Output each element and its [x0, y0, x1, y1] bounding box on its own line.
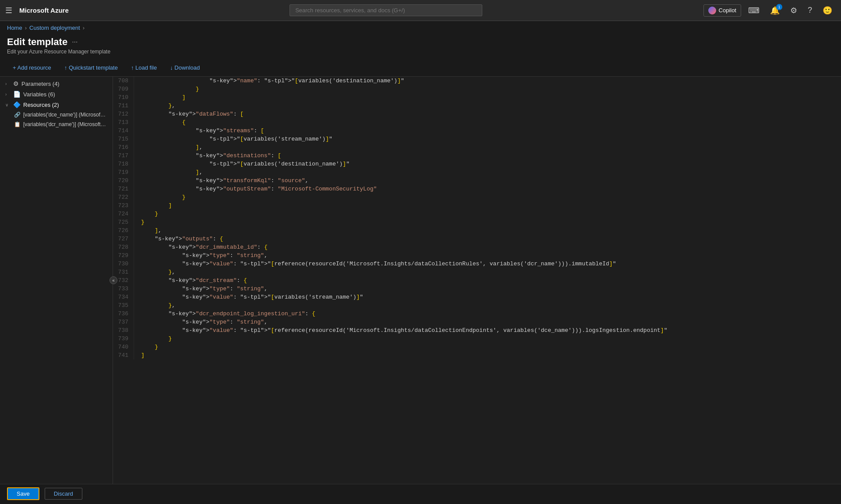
help-button[interactable]: ? [804, 4, 816, 17]
table-row: 732 "s-key">"dcr_stream": { [113, 276, 841, 285]
line-content: }, [134, 102, 175, 110]
copilot-button[interactable]: Copilot [703, 4, 741, 17]
line-content: "s-tpl">"[variables('stream_name')]" [134, 135, 332, 143]
sidebar-collapse-button[interactable]: « [110, 276, 117, 284]
table-row: 733 "s-key">"type": "string", [113, 285, 841, 293]
page-header: Edit template ··· Edit your Azure Resour… [0, 35, 841, 59]
line-content: "s-key">"name": "s-tpl">"[variables('des… [134, 77, 404, 85]
sidebar-item-parameters[interactable]: › ⚙ Parameters (4) [0, 78, 113, 89]
hamburger-icon[interactable]: ☰ [5, 6, 12, 15]
line-content: } [134, 218, 145, 226]
line-content: ] [134, 201, 172, 210]
cloud-shell-button[interactable]: ⌨ [745, 4, 763, 17]
line-number: 726 [113, 226, 134, 235]
parameters-icon: ⚙ [13, 80, 19, 87]
main-content: › ⚙ Parameters (4) › 📄 Variables (6) ∨ 🔷… [0, 77, 841, 484]
nav-bar: ☰ Microsoft Azure Copilot ⌨ 🔔 1 ⚙ ? 🙂 [0, 0, 841, 21]
copilot-label: Copilot [719, 7, 736, 14]
feedback-button[interactable]: 🙂 [819, 4, 836, 17]
table-row: 713 { [113, 118, 841, 127]
more-options-button[interactable]: ··· [72, 38, 78, 46]
add-resource-button[interactable]: + Add resource [7, 62, 57, 74]
sidebar-item-resources[interactable]: ∨ 🔷 Resources (2) [0, 99, 113, 110]
line-content: "s-key">"value": "s-tpl">"[variables('st… [134, 293, 363, 301]
table-row: 709 } [113, 85, 841, 93]
breadcrumb-custom-deployment[interactable]: Custom deployment [29, 25, 80, 31]
line-number: 716 [113, 143, 134, 152]
page-subtitle: Edit your Azure Resource Manager templat… [7, 49, 834, 55]
variables-label: Variables (6) [23, 91, 55, 98]
resources-label: Resources (2) [23, 102, 59, 108]
line-number: 739 [113, 335, 134, 343]
table-row: 719 ], [113, 168, 841, 176]
line-number: 719 [113, 168, 134, 176]
download-button[interactable]: ↓ Download [164, 62, 205, 74]
line-content: }, [134, 268, 175, 276]
table-row: 725} [113, 218, 841, 226]
table-row: 731 }, [113, 268, 841, 276]
breadcrumb-home[interactable]: Home [7, 25, 22, 31]
line-number: 731 [113, 268, 134, 276]
table-row: 737 "s-key">"type": "string", [113, 318, 841, 326]
line-number: 718 [113, 160, 134, 168]
line-number: 721 [113, 185, 134, 193]
line-number: 715 [113, 135, 134, 143]
table-row: 729 "s-key">"type": "string", [113, 251, 841, 260]
cloud-shell-icon: ⌨ [748, 6, 760, 15]
table-row: 718 "s-tpl">"[variables('destination_nam… [113, 160, 841, 168]
table-row: 711 }, [113, 102, 841, 110]
line-number: 740 [113, 343, 134, 351]
sidebar-item-dcr[interactable]: 📋 [variables('dcr_name')] (Microsoft.Ins… [0, 120, 113, 129]
load-file-button[interactable]: ↑ Load file [125, 62, 163, 74]
line-content: { [134, 118, 185, 127]
table-row: 716 ], [113, 143, 841, 152]
save-button[interactable]: Save [7, 487, 39, 500]
line-number: 735 [113, 301, 134, 310]
sidebar-item-variables[interactable]: › 📄 Variables (6) [0, 89, 113, 99]
sidebar-item-dce[interactable]: 🔗 [variables('dce_name')] (Microsoft.Ins… [0, 110, 113, 120]
settings-button[interactable]: ⚙ [787, 4, 801, 17]
expand-arrow-resources: ∨ [5, 102, 11, 107]
line-number: 710 [113, 93, 134, 102]
table-row: 730 "s-key">"value": "s-tpl">"[reference… [113, 260, 841, 268]
dcr-label: [variables('dcr_name')] (Microsoft.Insig… [23, 121, 106, 127]
line-number: 708 [113, 77, 134, 85]
line-number: 736 [113, 310, 134, 318]
copilot-icon [708, 7, 716, 14]
dce-label: [variables('dce_name')] (Microsoft.Insig… [23, 112, 106, 118]
line-content: "s-key">"type": "string", [134, 318, 268, 326]
feedback-icon: 🙂 [823, 6, 832, 15]
nav-right: Copilot ⌨ 🔔 1 ⚙ ? 🙂 [703, 4, 836, 17]
table-row: 712 "s-key">"dataFlows": [ [113, 110, 841, 118]
quickstart-template-button[interactable]: ↑ Quickstart template [59, 62, 124, 74]
search-input[interactable] [290, 4, 482, 16]
line-content: } [134, 343, 158, 351]
line-content: } [134, 335, 172, 343]
expand-arrow-variables: › [5, 92, 11, 97]
sidebar: › ⚙ Parameters (4) › 📄 Variables (6) ∨ 🔷… [0, 77, 113, 484]
line-number: 729 [113, 251, 134, 260]
table-row: 726 ], [113, 226, 841, 235]
table-row: 723 ] [113, 201, 841, 210]
line-number: 709 [113, 85, 134, 93]
notification-badge: 1 [776, 4, 782, 10]
notification-button[interactable]: 🔔 1 [767, 4, 783, 17]
line-content: ], [134, 143, 202, 152]
table-row: 724 } [113, 210, 841, 218]
table-row: 721 "s-key">"outputStream": "Microsoft-C… [113, 185, 841, 193]
settings-icon: ⚙ [790, 6, 797, 15]
code-editor[interactable]: 708 "s-key">"name": "s-tpl">"[variables(… [113, 77, 841, 484]
table-row: 740 } [113, 343, 841, 351]
line-number: 712 [113, 110, 134, 118]
table-row: 736 "s-key">"dcr_endpoint_log_ingestion_… [113, 310, 841, 318]
resources-icon: 🔷 [13, 101, 21, 108]
discard-button[interactable]: Discard [45, 488, 82, 500]
page-title: Edit template [7, 36, 67, 48]
parameters-label: Parameters (4) [21, 81, 60, 87]
line-number: 714 [113, 127, 134, 135]
line-number: 734 [113, 293, 134, 301]
line-content: ] [134, 351, 145, 359]
breadcrumb: Home › Custom deployment › [0, 21, 841, 35]
line-content: "s-key">"dataFlows": [ [134, 110, 244, 118]
line-content: "s-key">"destinations": [ [134, 152, 281, 160]
